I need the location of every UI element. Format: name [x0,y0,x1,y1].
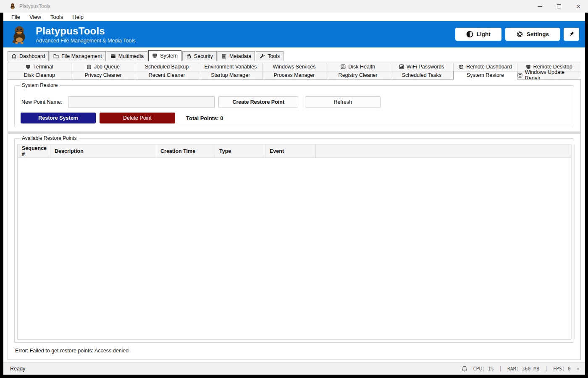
tab-label: Security [194,53,213,59]
column-header-event[interactable]: Event [265,144,316,158]
home-icon [11,53,17,59]
status-ready-label: Ready [10,366,25,372]
subtab-scheduled-backup[interactable]: Scheduled Backup [135,63,199,71]
settings-button[interactable]: Settings [505,28,560,41]
column-header-description[interactable]: Description [50,144,156,158]
tab-label: System [160,53,178,59]
maximize-button[interactable] [549,0,569,13]
subtab-label: Remote Desktop [533,64,572,70]
table-header-row: Sequence # Description Creation Time Typ… [18,144,571,158]
app-title: PlatypusTools [36,25,135,37]
column-header-sequence[interactable]: Sequence # [18,144,50,158]
minimize-icon [538,6,542,7]
subtab-privacy-cleaner[interactable]: Privacy Cleaner [71,71,135,80]
menu-help[interactable]: Help [68,14,88,20]
subtab-label: Recent Cleaner [149,72,185,78]
maximize-icon [557,4,561,8]
subtab-scheduled-tasks[interactable]: Scheduled Tasks [390,71,454,80]
tab-dashboard[interactable]: Dashboard [8,51,49,61]
subtab-windows-services[interactable]: Windows Services [262,63,326,71]
subtab-label: Remote Dashboard [466,64,512,70]
pushpin-icon [568,31,575,37]
theme-toggle-label: Light [477,31,491,37]
tab-security[interactable]: Security [182,51,217,61]
subtab-label: WiFi Passwords [407,64,444,70]
subtab-process-manager[interactable]: Process Manager [262,71,326,80]
table-scrollbar-track[interactable] [571,144,575,339]
main-tab-strip: Dashboard File Management Multimedia [8,51,581,61]
clipboard-icon [87,64,92,69]
subtab-disk-health[interactable]: Disk Health [326,63,390,71]
column-header-type[interactable]: Type [215,144,265,158]
column-header-filler [316,144,571,158]
subtab-label: Scheduled Tasks [402,72,441,78]
create-restore-point-button[interactable]: Create Restore Point [218,96,298,108]
clapperboard-icon [110,53,116,59]
subtab-registry-cleaner[interactable]: Registry Cleaner [326,71,390,80]
tab-system[interactable]: System [148,50,181,61]
restore-action-row: Restore System Delete Point Total Points… [21,113,574,123]
resize-grip[interactable]: π [577,367,579,371]
tab-metadata[interactable]: Metadata [218,51,255,61]
subtab-startup-manager[interactable]: Startup Manager [199,71,263,80]
subtab-label: Environment Variables [204,64,257,70]
subtab-job-queue[interactable]: Job Queue [71,63,135,71]
restore-system-button[interactable]: Restore System [21,113,96,123]
subtab-terminal[interactable]: Terminal [8,63,72,71]
contrast-icon [466,31,473,38]
subtab-disk-cleanup[interactable]: Disk Cleanup [8,71,72,80]
subtab-label: Startup Manager [211,72,250,78]
menu-file[interactable]: File [7,14,25,20]
column-header-creation-time[interactable]: Creation Time [156,144,215,158]
subtab-label: System Restore [467,72,504,78]
subtab-label: Registry Cleaner [339,72,378,78]
delete-point-button[interactable]: Delete Point [100,113,175,123]
subtab-system-restore[interactable]: System Restore [453,71,517,80]
system-restore-groupbox: System Restore New Point Name: Create Re… [14,85,574,127]
subtab-label: Job Queue [94,64,120,70]
groupbox-label: Available Restore Points [20,135,79,141]
tabs-region: Dashboard File Management Multimedia [3,47,585,362]
theme-toggle-button[interactable]: Light [455,28,501,41]
bell-icon[interactable] [461,365,468,372]
subtab-label: Scheduled Backup [145,64,189,70]
new-point-name-input[interactable] [68,96,215,108]
separator: | [545,366,548,372]
ram-usage: RAM: 360 MB [507,366,539,372]
available-restore-points-groupbox: Available Restore Points Sequence # Desc… [14,138,574,343]
lock-icon [186,53,192,59]
tab-multimedia[interactable]: Multimedia [107,51,147,61]
window-title: PlatypusTools [19,3,50,9]
subtab-windows-update-repair[interactable]: Windows Update Repair [517,71,581,80]
tab-label: Tools [268,53,280,59]
tab-label: File Management [61,53,102,59]
close-button[interactable]: × [569,0,588,13]
cpu-usage: CPU: 1% [473,366,494,372]
subtab-environment-variables[interactable]: Environment Variables [199,63,263,71]
header-actions: Light Settings [455,28,579,41]
close-icon: × [576,3,580,10]
tab-label: Dashboard [19,53,45,59]
platypus-logo [10,25,28,44]
folder-icon [53,53,59,59]
header-text: PlatypusTools Advanced File Management &… [36,25,135,44]
tab-file-management[interactable]: File Management [50,51,106,61]
restore-points-table: Sequence # Description Creation Time Typ… [17,144,571,340]
status-metrics: CPU: 1% | RAM: 360 MB | FPS: 0 π [461,365,579,372]
panel-splitter[interactable] [8,131,580,134]
os-titlebar: PlatypusTools × [0,0,588,13]
subtab-remote-dashboard[interactable]: Remote Dashboard [453,63,517,71]
menu-view[interactable]: View [25,14,46,20]
wrench-icon [260,53,265,59]
subtab-wifi-passwords[interactable]: WiFi Passwords [390,63,454,71]
subtab-label: Disk Health [348,64,375,70]
menu-tools[interactable]: Tools [46,14,68,20]
monitor-icon [526,64,531,69]
gear-icon [516,31,523,38]
subtab-recent-cleaner[interactable]: Recent Cleaner [135,71,199,80]
subtab-label: Terminal [33,64,53,70]
tab-tools[interactable]: Tools [256,51,284,61]
refresh-button[interactable]: Refresh [305,96,381,108]
minimize-button[interactable] [530,0,549,13]
pin-button[interactable] [564,28,579,41]
